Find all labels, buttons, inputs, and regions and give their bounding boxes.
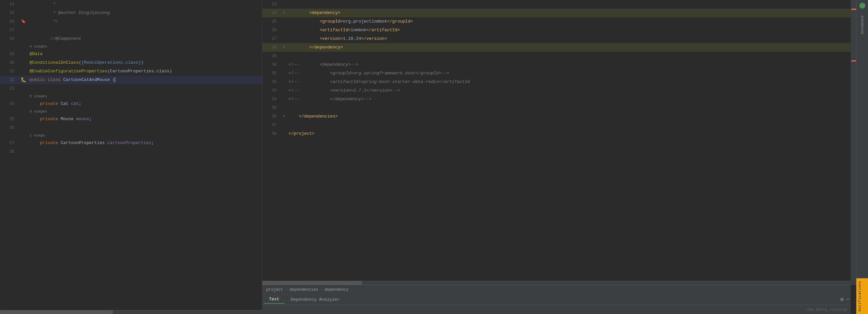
tab-dependency-analyzer[interactable]: Dependency Analyzer: [285, 296, 345, 303]
line-num-20: 20: [0, 58, 18, 67]
xml-gutter-28: ▼: [281, 43, 287, 52]
code-line-usages-2: 5 usages: [0, 93, 262, 100]
right-horizontal-scrollbar[interactable]: [262, 281, 851, 285]
database-dot-icon: [859, 3, 865, 9]
line-content-usages-1: 4 usages: [28, 43, 262, 50]
code-line-17: 17: [0, 26, 262, 34]
xml-num-25: 25: [262, 17, 281, 26]
xml-num-38: 38: [262, 129, 281, 138]
code-line-15: 15 * @author DingJiaxiong: [0, 9, 262, 17]
java-code-area: 14 * 15 * @author DingJiaxiong 16 🔖 */: [0, 0, 262, 310]
breadcrumb-sep-2: ›: [320, 287, 322, 292]
xml-line-34: 34 <!-- </dependency>-->: [262, 95, 851, 103]
xml-line-25: 25 <groupId>org.projectlombok</groupId>: [262, 17, 851, 26]
left-horizontal-scrollbar[interactable]: [0, 310, 262, 314]
xml-num-27: 27: [262, 34, 281, 43]
tab-text[interactable]: Text: [264, 295, 285, 304]
xml-num-36: 36: [262, 112, 281, 121]
xml-content-28: </dependency>: [287, 43, 851, 52]
line-num-21: 21: [0, 67, 18, 76]
right-xml-panel: 23 24 ▼ <dependency> 25: [262, 0, 868, 314]
code-line-23-left: 23: [0, 84, 262, 93]
sidebar-item-database[interactable]: Database: [859, 12, 866, 37]
gutter-22: 🐛: [18, 76, 28, 84]
line-num-25: 25: [0, 115, 18, 123]
sidebar-database[interactable]: [859, 0, 865, 12]
xml-line-23: 23: [262, 0, 851, 9]
line-num-26: 26: [0, 123, 18, 132]
main-container: 14 * 15 * @author DingJiaxiong 16 🔖 */: [0, 0, 868, 314]
breadcrumb-project: project: [266, 287, 283, 292]
status-text: CSDN @Ding_Jiaxiong: [805, 308, 847, 312]
fold-icon-28[interactable]: ▼: [283, 43, 285, 52]
line-num-16: 16: [0, 17, 18, 26]
xml-line-24: 24 ▼ <dependency>: [262, 9, 851, 17]
code-line-25: 25 private Mouse mouse;: [0, 115, 262, 123]
xml-line-28: 28 ▼ </dependency>: [262, 43, 851, 52]
xml-line-38: 38 </project>: [262, 129, 851, 138]
tab-controls: ⚙ —: [840, 296, 849, 303]
line-content-16: */: [28, 17, 262, 26]
line-num-19: 19: [0, 50, 18, 58]
line-num-17: 17: [0, 26, 18, 34]
left-scrollbar-thumb[interactable]: [0, 310, 113, 314]
code-line-27: 27 private CartoonProperties cartoonProp…: [0, 139, 262, 147]
line-content-25: private Mouse mouse;: [28, 115, 262, 123]
line-num-15: 15: [0, 9, 18, 17]
code-line-26: 26: [0, 123, 262, 132]
line-num-28-left: 28: [0, 147, 18, 156]
xml-content-24: <dependency>: [287, 9, 851, 17]
line-content-24: private Cat cat;: [28, 100, 262, 108]
xml-line-29: 29: [262, 52, 851, 60]
xml-num-29: 29: [262, 52, 281, 60]
code-line-19: 19 @Data: [0, 50, 262, 58]
line-num-27: 27: [0, 139, 18, 147]
gutter-16: 🔖: [18, 17, 28, 26]
line-num-23-left: 23: [0, 84, 18, 93]
fold-icon-24[interactable]: ▼: [283, 9, 285, 17]
xml-line-36: 36 ▼ </dependencies>: [262, 112, 851, 121]
code-line-usages-4: 1 usage: [0, 132, 262, 139]
line-num-14: 14: [0, 0, 18, 9]
xml-lines-container: 23 24 ▼ <dependency> 25: [262, 0, 868, 285]
code-line-14: 14 *: [0, 0, 262, 9]
code-line-21: 21 @EnableConfigurationProperties(Cartoo…: [0, 67, 262, 76]
xml-content-30: <!-- <dependency>-->: [287, 60, 851, 69]
xml-content-25: <groupId>org.projectlombok</groupId>: [287, 17, 851, 26]
line-content-14: *: [28, 0, 262, 9]
xml-code-area: 23 24 ▼ <dependency> 25: [262, 0, 868, 285]
fold-icon-36[interactable]: ▼: [283, 112, 285, 121]
xml-content-38: </project>: [287, 129, 851, 138]
line-num-24: 24: [0, 100, 18, 108]
xml-content-27: <version>1.18.24</version>: [287, 34, 851, 43]
line-content-15: * @author DingJiaxiong: [28, 9, 262, 17]
line-num-22: 22: [0, 76, 18, 84]
xml-content-26: <artifactId>lombok</artifactId>: [287, 26, 851, 34]
minimize-icon[interactable]: —: [846, 296, 849, 303]
xml-content-31: <!-- <groupId>org.springframework.boot</…: [287, 69, 851, 78]
code-line-24: 24 private Cat cat;: [0, 100, 262, 108]
breadcrumb-dependency: dependency: [324, 287, 348, 292]
xml-num-26: 26: [262, 26, 281, 34]
code-line-16: 16 🔖 */: [0, 17, 262, 26]
xml-line-27: 27 <version>1.18.24</version>: [262, 34, 851, 43]
xml-num-24: 24: [262, 9, 281, 17]
xml-line-35: 35: [262, 103, 851, 112]
xml-num-35: 35: [262, 103, 281, 112]
line-content-27: private CartoonProperties cartoonPropert…: [28, 139, 262, 147]
code-line-usages-3: 5 usages: [0, 108, 262, 115]
sidebar-item-notifications[interactable]: Notifications: [857, 278, 868, 314]
bottom-bar: project › dependencies › dependency Text…: [262, 285, 851, 305]
xml-num-33: 33: [262, 86, 281, 95]
code-line-20: 20 @ConditionalOnClass({RedisOperations.…: [0, 58, 262, 67]
xml-gutter-24: ▼: [281, 9, 287, 17]
xml-num-31: 31: [262, 69, 281, 78]
breadcrumb-dependencies: dependencies: [289, 287, 318, 292]
right-sidebar: Database Notifications: [856, 0, 868, 314]
xml-line-33: 33 <!-- <version>2.7.1</version>-->: [262, 86, 851, 95]
line-content-22: public class CartoonCatAndMouse {: [28, 76, 262, 84]
xml-num-23: 23: [262, 0, 281, 9]
line-content-20: @ConditionalOnClass({RedisOperations.cla…: [28, 58, 262, 67]
left-code-panel: 14 * 15 * @author DingJiaxiong 16 🔖 */: [0, 0, 262, 314]
gear-icon[interactable]: ⚙: [840, 296, 844, 303]
